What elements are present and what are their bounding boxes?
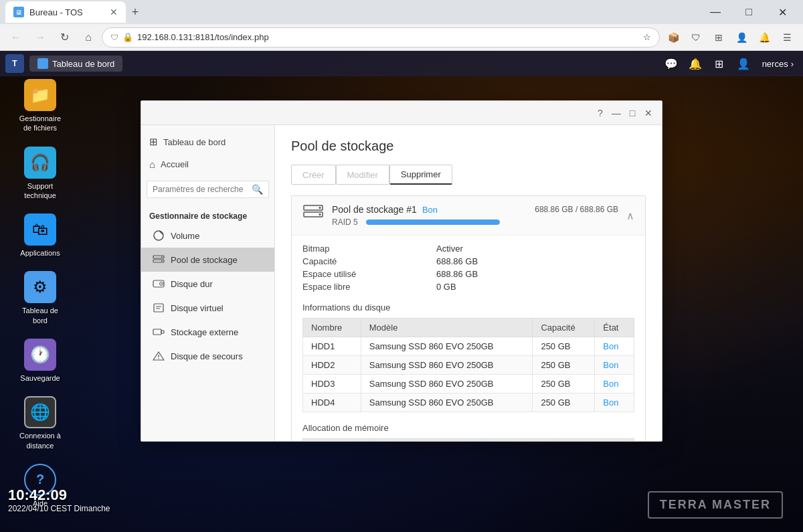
window-close-button[interactable]: ✕ bbox=[640, 105, 656, 121]
search-input[interactable] bbox=[153, 185, 249, 194]
sidebar-item-tableau-de-bord[interactable]: ⊞ Tableau de bord bbox=[141, 130, 274, 153]
app-main-content: Pool de stockage Créer Modifier Supprime… bbox=[275, 125, 662, 441]
notify-button[interactable]: 🔔 bbox=[753, 27, 775, 48]
desktop-clock: 10:42:09 2022/04/10 CEST Dimanche bbox=[8, 486, 110, 513]
pool-stockage-label: Pool de stockage bbox=[171, 255, 238, 265]
extensions-button[interactable]: 📦 bbox=[662, 27, 684, 48]
new-tab-button[interactable]: + bbox=[126, 3, 145, 21]
tos-notification-icon[interactable]: 🔔 bbox=[686, 54, 705, 73]
page-title: Pool de stockage bbox=[291, 139, 646, 154]
app-sidebar: ⊞ Tableau de bord ⌂ Accueil 🔍 Gestionnai… bbox=[141, 125, 275, 441]
browser-maximize-button[interactable]: □ bbox=[733, 0, 764, 24]
sidebar-item-stockage-externe[interactable]: Stockage externe bbox=[141, 320, 274, 344]
svg-rect-11 bbox=[153, 329, 161, 335]
window-help-button[interactable]: ? bbox=[592, 105, 608, 121]
browser-close-button[interactable]: ✕ bbox=[767, 0, 798, 24]
pool-collapse-button[interactable]: ∧ bbox=[626, 209, 634, 222]
tos-logo[interactable]: T bbox=[5, 54, 24, 73]
tos-chat-icon[interactable]: 💬 bbox=[662, 54, 681, 73]
svg-point-18 bbox=[319, 213, 321, 215]
col-capacite: Capacité bbox=[533, 319, 595, 337]
col-capacite-mem: Capacité bbox=[482, 439, 554, 442]
disk-etat: Bon bbox=[595, 337, 634, 356]
disk-capacite: 250 GB bbox=[533, 337, 595, 356]
volume-label: Volume bbox=[171, 231, 199, 241]
clock-date: 2022/04/10 CEST Dimanche bbox=[8, 504, 110, 513]
browser-minimize-button[interactable]: — bbox=[700, 0, 731, 24]
supprimer-button[interactable]: Supprimer bbox=[389, 165, 452, 185]
dashboard-icon: ⚙ bbox=[24, 271, 56, 303]
disk-etat: Bon bbox=[595, 356, 634, 375]
window-maximize-button[interactable]: □ bbox=[624, 105, 640, 121]
sidebar-item-volume[interactable]: Volume bbox=[141, 224, 274, 248]
forward-button[interactable]: → bbox=[29, 27, 51, 48]
sidebar-item-pool-de-stockage[interactable]: Pool de stockage bbox=[141, 248, 274, 272]
search-box[interactable]: 🔍 bbox=[147, 181, 269, 198]
col-modele: Modèle bbox=[361, 319, 533, 337]
pool-name: Pool de stockage #1 bbox=[332, 204, 417, 215]
support-icon: 🎧 bbox=[24, 147, 56, 179]
disk-info-subtitle: Informations du disque bbox=[302, 302, 634, 313]
shield-button[interactable]: 🛡 bbox=[685, 27, 707, 48]
disque-secours-icon bbox=[152, 349, 165, 363]
toolbar-actions: 📦 🛡 ⊞ 👤 🔔 ☰ bbox=[662, 27, 798, 48]
modifier-button[interactable]: Modifier bbox=[336, 165, 389, 185]
address-text: 192.168.0.131:8181/tos/index.php bbox=[137, 32, 269, 42]
col-nombre: Nombre bbox=[303, 319, 361, 337]
stockage-externe-label: Stockage externe bbox=[171, 327, 238, 337]
home-button[interactable]: ⌂ bbox=[78, 27, 99, 48]
back-button[interactable]: ← bbox=[5, 27, 27, 48]
file-manager-label: Gestionnairede fichiers bbox=[19, 114, 61, 133]
profile-button[interactable]: 👤 bbox=[731, 27, 752, 48]
accueil-label: Accueil bbox=[161, 159, 189, 169]
pool-usage-text: 688.86 GB / 688.86 GB bbox=[535, 205, 618, 214]
tos-apps-grid-icon[interactable]: ⊞ bbox=[710, 54, 729, 73]
menu-button[interactable]: ☰ bbox=[776, 27, 798, 48]
disque-dur-icon bbox=[152, 277, 165, 290]
sidebar-item-disque-de-secours[interactable]: Disque de secours bbox=[141, 344, 274, 368]
capacite-label: Capacité bbox=[302, 256, 436, 266]
svg-point-17 bbox=[319, 207, 321, 209]
tos-user-menu[interactable]: nerces › bbox=[758, 58, 798, 70]
sidebar-item-accueil[interactable]: ⌂ Accueil bbox=[141, 153, 274, 175]
bookmark-icon[interactable]: ☆ bbox=[643, 32, 651, 42]
creer-button[interactable]: Créer bbox=[291, 165, 336, 185]
address-bar[interactable]: 🛡 🔒 192.168.0.131:8181/tos/index.php ☆ bbox=[102, 27, 660, 48]
sidebar-item-disque-dur[interactable]: Disque dur bbox=[141, 272, 274, 296]
connexion-icon: 🌐 bbox=[24, 396, 56, 428]
disk-table-row: HDD2 Samsung SSD 860 EVO 250GB 250 GB Bo… bbox=[303, 356, 634, 375]
tab-favicon: 🖥 bbox=[13, 7, 24, 17]
refresh-button[interactable]: ↻ bbox=[54, 27, 75, 48]
col-etat: État bbox=[595, 319, 634, 337]
sidebar-item-disque-virtuel[interactable]: Disque virtuel bbox=[141, 296, 274, 320]
browser-tab[interactable]: 🖥 Bureau - TOS ✕ bbox=[5, 1, 126, 23]
tabs-button[interactable]: ⊞ bbox=[708, 27, 729, 48]
desktop-icon-applications[interactable]: 🛍 Applications bbox=[7, 211, 74, 260]
disk-info-table: Nombre Modèle Capacité État HDD1 Samsung… bbox=[302, 318, 634, 412]
tos-tab-dashboard[interactable]: Tableau de bord bbox=[29, 56, 122, 72]
browser-chrome: 🖥 Bureau - TOS ✕ + — □ ✕ ← → ↻ ⌂ 🛡 🔒 192… bbox=[0, 0, 803, 51]
tos-user-chevron: › bbox=[791, 59, 794, 69]
col-espace-libre: Espace libre bbox=[554, 439, 634, 442]
pool-card: Pool de stockage #1 Bon 688.86 GB / 688.… bbox=[291, 195, 646, 441]
disk-table-row: HDD3 Samsung SSD 860 EVO 250GB 250 GB Bo… bbox=[303, 375, 634, 393]
pool-storage-icon bbox=[302, 204, 324, 227]
tos-profile-icon[interactable]: 👤 bbox=[734, 54, 753, 73]
disk-modele: Samsung SSD 860 EVO 250GB bbox=[361, 337, 533, 356]
desktop-icon-support[interactable]: 🎧 Supporttechnique bbox=[7, 144, 74, 203]
tab-close-button[interactable]: ✕ bbox=[110, 7, 118, 17]
disque-secours-label: Disque de secours bbox=[171, 351, 243, 361]
desktop-icon-sauvegarde[interactable]: 🕐 Sauvegarde bbox=[7, 336, 74, 385]
desktop-icon-connexion[interactable]: 🌐 Connexion àdistance bbox=[7, 393, 74, 453]
applications-label: Applications bbox=[20, 248, 60, 258]
window-controls: — □ ✕ bbox=[700, 0, 798, 24]
desktop-icon-file-manager[interactable]: 📁 Gestionnairede fichiers bbox=[7, 76, 74, 136]
tos-taskbar: T Tableau de bord 💬 🔔 ⊞ 👤 nerces › bbox=[0, 51, 803, 76]
espace-libre-label: Espace libre bbox=[302, 282, 436, 292]
window-minimize-button[interactable]: — bbox=[608, 105, 624, 121]
file-manager-icon: 📁 bbox=[24, 79, 56, 111]
pool-progress-bar bbox=[366, 219, 500, 225]
disk-etat: Bon bbox=[595, 393, 634, 412]
desktop-icon-dashboard[interactable]: ⚙ Tableau debord bbox=[7, 268, 74, 328]
tos-tab-label: Tableau de bord bbox=[52, 59, 114, 69]
